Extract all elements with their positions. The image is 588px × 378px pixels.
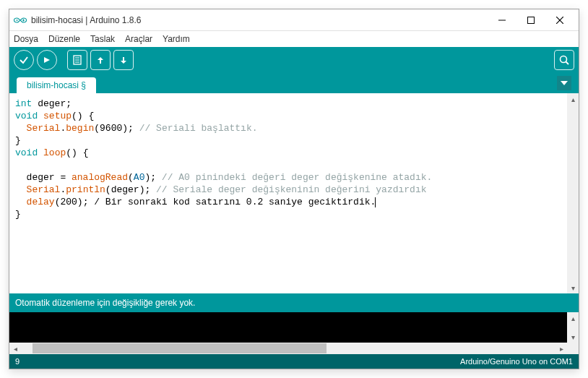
token-method: begin — [66, 123, 94, 134]
save-button[interactable] — [113, 50, 134, 70]
scroll-down-icon[interactable]: ▾ — [567, 282, 579, 293]
app-window: bilisim-hocasi | Arduino 1.8.6 Dosya Düz… — [9, 9, 579, 369]
token-text: ( — [128, 172, 134, 183]
text-caret — [375, 197, 376, 207]
menu-file[interactable]: Dosya — [14, 34, 38, 44]
token-method: println — [66, 184, 105, 195]
token-keyword: void — [15, 147, 38, 158]
arduino-icon — [14, 14, 27, 27]
svg-marker-16 — [561, 81, 568, 85]
svg-point-14 — [561, 56, 567, 63]
scroll-track[interactable] — [567, 324, 579, 331]
scroll-up-icon[interactable]: ▴ — [567, 93, 579, 105]
token-text: } — [15, 135, 21, 146]
scroll-thumb[interactable] — [33, 343, 327, 353]
console-output[interactable]: ▴ ▾ — [9, 312, 579, 343]
scroll-left-icon[interactable]: ◂ — [9, 343, 21, 354]
token-text: (200); / Bir sonraki kod satırını 0.2 sa… — [55, 197, 376, 207]
minimize-button[interactable] — [488, 10, 516, 30]
scroll-up-icon[interactable]: ▴ — [567, 312, 579, 324]
token-class: Serial — [27, 184, 61, 195]
token-comment: // Seriali başlattık. — [139, 123, 258, 134]
window-controls — [488, 10, 574, 30]
token-text: (deger); — [105, 184, 156, 195]
svg-rect-4 — [528, 17, 535, 23]
sketch-tab[interactable]: bilisim-hocasi § — [17, 77, 96, 93]
code-content[interactable]: int deger; void setup() { Serial.begin(9… — [9, 93, 579, 225]
menu-tools[interactable]: Araçlar — [125, 34, 152, 44]
footer: 9 Arduino/Genuino Uno on COM1 — [9, 354, 579, 369]
tab-strip: bilisim-hocasi § — [9, 73, 579, 93]
line-number: 9 — [15, 357, 460, 366]
svg-marker-12 — [98, 57, 103, 64]
new-button[interactable] — [67, 50, 87, 70]
status-bar: Otomatik düzenleme için değişikliğe gere… — [9, 293, 579, 312]
token-text: ); — [144, 172, 161, 183]
scroll-track[interactable] — [21, 343, 555, 354]
board-info: Arduino/Genuino Uno on COM1 — [460, 357, 573, 366]
token-text: (9600); — [94, 123, 139, 134]
code-editor[interactable]: int deger; void setup() { Serial.begin(9… — [9, 93, 579, 293]
token-comment: // Seriale deger değişkeninin değerini y… — [156, 184, 426, 195]
token-text: () { — [66, 147, 88, 158]
serial-monitor-button[interactable] — [554, 50, 574, 70]
token-text: () { — [72, 111, 94, 121]
open-button[interactable] — [90, 50, 111, 70]
token-text: deger; — [32, 98, 72, 109]
menu-edit[interactable]: Düzenle — [48, 34, 80, 44]
menu-help[interactable]: Yardım — [163, 34, 190, 44]
console: ▴ ▾ ◂ ▸ — [9, 312, 579, 354]
console-scrollbar-vertical[interactable]: ▴ ▾ — [567, 312, 579, 343]
menubar: Dosya Düzenle Taslak Araçlar Yardım — [9, 31, 579, 47]
token-text: } — [15, 209, 21, 220]
console-scrollbar-horizontal[interactable]: ◂ ▸ — [9, 343, 579, 354]
editor-scrollbar-vertical[interactable]: ▴ ▾ — [567, 93, 579, 293]
scroll-down-icon[interactable]: ▾ — [567, 331, 579, 343]
verify-button[interactable] — [14, 50, 34, 70]
svg-marker-7 — [44, 57, 50, 63]
tab-menu-button[interactable] — [557, 76, 571, 90]
token-class: Serial — [27, 123, 61, 134]
token-function: loop — [43, 147, 66, 158]
scroll-right-icon[interactable]: ▸ — [555, 343, 567, 354]
svg-marker-13 — [121, 57, 126, 64]
token-function: setup — [43, 111, 72, 121]
token-function: delay — [27, 197, 55, 207]
token-text — [15, 123, 27, 134]
svg-line-15 — [566, 62, 569, 65]
token-comment: // A0 pinindeki değeri deger değişkenine… — [162, 172, 432, 183]
toolbar — [9, 47, 579, 73]
menu-sketch[interactable]: Taslak — [90, 34, 115, 44]
status-message: Otomatik düzenleme için değişikliğe gere… — [15, 298, 195, 308]
titlebar: bilisim-hocasi | Arduino 1.8.6 — [9, 9, 579, 31]
close-button[interactable] — [545, 10, 574, 30]
token-keyword: void — [15, 111, 38, 121]
token-text: deger = — [15, 172, 72, 183]
token-constant: A0 — [134, 172, 145, 183]
scroll-track[interactable] — [567, 105, 579, 282]
token-keyword: int — [15, 98, 32, 109]
token-text — [15, 197, 27, 207]
upload-button[interactable] — [37, 50, 57, 70]
token-text — [15, 184, 27, 195]
maximize-button[interactable] — [516, 10, 545, 30]
token-function: analogRead — [72, 172, 128, 183]
window-title: bilisim-hocasi | Arduino 1.8.6 — [31, 15, 488, 25]
